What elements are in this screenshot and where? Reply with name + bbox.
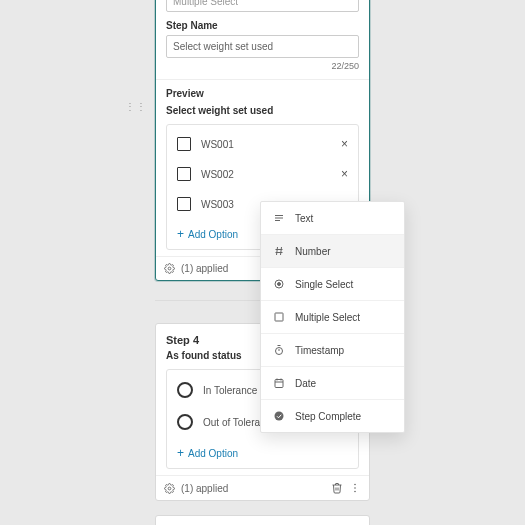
menu-item-label: Text bbox=[295, 213, 313, 224]
option-label: WS001 bbox=[201, 139, 331, 150]
delete-icon[interactable] bbox=[331, 482, 343, 494]
plus-icon: + bbox=[177, 446, 184, 460]
svg-point-3 bbox=[354, 487, 356, 489]
radio-icon[interactable] bbox=[177, 382, 193, 398]
remove-option-icon[interactable]: × bbox=[341, 167, 348, 181]
check-circle-icon bbox=[273, 410, 285, 422]
gear-icon[interactable] bbox=[164, 263, 175, 274]
svg-point-2 bbox=[354, 484, 356, 486]
card-footer: (1) applied bbox=[156, 475, 369, 500]
menu-item-number[interactable]: Number bbox=[261, 235, 404, 268]
menu-item-label: Single Select bbox=[295, 279, 353, 290]
menu-item-single-select[interactable]: Single Select bbox=[261, 268, 404, 301]
menu-item-step-complete[interactable]: Step Complete bbox=[261, 400, 404, 432]
svg-line-11 bbox=[281, 247, 282, 255]
menu-item-label: Multiple Select bbox=[295, 312, 360, 323]
svg-rect-14 bbox=[275, 313, 283, 321]
menu-item-date[interactable]: Date bbox=[261, 367, 404, 400]
checkbox-icon bbox=[273, 311, 285, 323]
menu-item-label: Date bbox=[295, 378, 316, 389]
checkbox-icon[interactable] bbox=[177, 197, 191, 211]
radio-icon[interactable] bbox=[177, 414, 193, 430]
gear-icon[interactable] bbox=[164, 483, 175, 494]
option-row: WS002 × bbox=[177, 167, 348, 181]
menu-item-multiple-select[interactable]: Multiple Select bbox=[261, 301, 404, 334]
svg-point-0 bbox=[168, 267, 171, 270]
svg-point-22 bbox=[275, 412, 284, 421]
menu-item-label: Step Complete bbox=[295, 411, 361, 422]
more-icon[interactable] bbox=[349, 482, 361, 494]
char-counter: 22/250 bbox=[166, 61, 359, 71]
menu-item-timestamp[interactable]: Timestamp bbox=[261, 334, 404, 367]
svg-point-1 bbox=[168, 487, 171, 490]
svg-rect-18 bbox=[275, 380, 283, 388]
add-option-label: Add Option bbox=[188, 229, 238, 240]
step-name-label: Step Name bbox=[166, 20, 359, 31]
drag-handle-icon[interactable]: ⋮⋮ bbox=[125, 101, 147, 112]
menu-item-label: Number bbox=[295, 246, 331, 257]
number-icon bbox=[273, 245, 285, 257]
add-option-button[interactable]: + Add Option bbox=[177, 446, 348, 460]
menu-item-label: Timestamp bbox=[295, 345, 344, 356]
remove-option-icon[interactable]: × bbox=[341, 137, 348, 151]
calendar-icon bbox=[273, 377, 285, 389]
step-name-input[interactable] bbox=[166, 35, 359, 58]
preview-question: Select weight set used bbox=[166, 105, 359, 116]
checkbox-icon[interactable] bbox=[177, 167, 191, 181]
timestamp-icon bbox=[273, 344, 285, 356]
text-icon bbox=[273, 212, 285, 224]
step-type-select[interactable]: Multiple Select bbox=[166, 0, 359, 12]
plus-icon: + bbox=[177, 227, 184, 241]
step-type-menu: Text Number Single Select Multiple Selec… bbox=[260, 201, 405, 433]
applied-count: (1) applied bbox=[181, 263, 228, 274]
applied-count: (1) applied bbox=[181, 483, 228, 494]
svg-point-13 bbox=[278, 283, 281, 286]
radio-icon bbox=[273, 278, 285, 290]
menu-item-text[interactable]: Text bbox=[261, 202, 404, 235]
preview-label: Preview bbox=[166, 88, 359, 99]
svg-point-4 bbox=[354, 491, 356, 493]
svg-line-10 bbox=[277, 247, 278, 255]
option-row: WS001 × bbox=[177, 137, 348, 151]
option-label: WS002 bbox=[201, 169, 331, 180]
add-option-label: Add Option bbox=[188, 448, 238, 459]
step-card-next[interactable] bbox=[155, 515, 370, 525]
checkbox-icon[interactable] bbox=[177, 137, 191, 151]
